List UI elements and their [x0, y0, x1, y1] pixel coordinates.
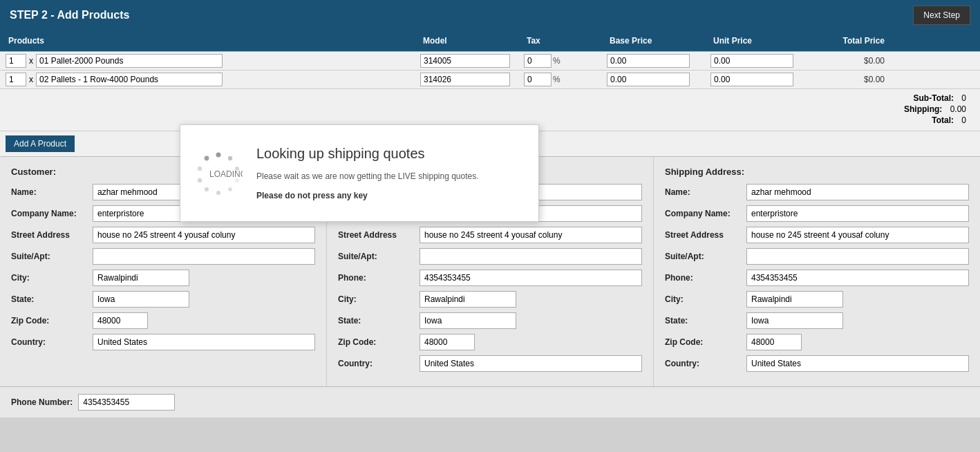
- shipping-zip-input[interactable]: [746, 334, 802, 350]
- subtotal-label: Sub-Total:: [914, 93, 954, 103]
- svg-point-8: [198, 166, 202, 171]
- customer-company-label: Company Name:: [11, 209, 87, 218]
- shipping-city-row: City:: [665, 291, 969, 308]
- total-cell-1: $0.00: [800, 56, 890, 66]
- loading-spinner: LOADING: [194, 149, 243, 198]
- page-header: STEP 2 - Add Products Next Step: [0, 0, 980, 30]
- loading-warning: Please do not press any key: [256, 191, 518, 200]
- customer-country-input[interactable]: [93, 334, 315, 350]
- shipping-phone-label: Phone:: [665, 273, 741, 283]
- shipping-label: Shipping:: [904, 104, 942, 114]
- shipping-section: Shipping Address: Name: Company Name: St…: [654, 157, 980, 386]
- unit-price-input-2[interactable]: [710, 73, 793, 86]
- shipping-company-label: Company Name:: [665, 209, 741, 218]
- total-cell-2: $0.00: [800, 75, 890, 84]
- shipping-suite-input[interactable]: [746, 248, 969, 265]
- shipping-state-row: State:: [665, 312, 969, 329]
- svg-point-1: [228, 156, 232, 160]
- col-products: Products: [6, 33, 420, 48]
- model-input-1[interactable]: [420, 54, 510, 68]
- svg-point-6: [205, 187, 209, 191]
- billing-city-input[interactable]: [420, 291, 516, 308]
- customer-zip-row: Zip Code:: [11, 312, 315, 329]
- shipping-street-input[interactable]: [746, 227, 969, 243]
- add-product-button[interactable]: Add A Product: [6, 135, 75, 152]
- billing-street-input[interactable]: [420, 227, 642, 243]
- billing-street-label: Street Address: [338, 230, 414, 240]
- shipping-name-label: Name:: [665, 187, 741, 197]
- shipping-suite-label: Suite/Apt:: [665, 252, 741, 261]
- customer-state-input[interactable]: [93, 291, 189, 308]
- customer-zip-label: Zip Code:: [11, 316, 87, 326]
- total-value: 0: [961, 115, 966, 125]
- shipping-company-input[interactable]: [746, 205, 969, 222]
- billing-state-input[interactable]: [420, 312, 516, 329]
- customer-zip-input[interactable]: [93, 312, 148, 329]
- customer-suite-input[interactable]: [93, 248, 315, 265]
- svg-point-4: [228, 187, 232, 191]
- shipping-street-row: Street Address: [665, 227, 969, 243]
- svg-point-7: [198, 178, 202, 182]
- shipping-phone-row: Phone:: [665, 270, 969, 286]
- tax-input-2[interactable]: [524, 73, 552, 86]
- qty-input-2[interactable]: [6, 73, 26, 86]
- shipping-name-row: Name:: [665, 184, 969, 200]
- model-input-2[interactable]: [420, 73, 510, 86]
- shipping-phone-input[interactable]: [746, 270, 969, 286]
- base-price-input-1[interactable]: [607, 54, 690, 68]
- loading-title: Looking up shipping quotes: [256, 146, 518, 162]
- base-price-input-2[interactable]: [607, 73, 690, 86]
- billing-country-input[interactable]: [420, 355, 642, 372]
- x-label-2: x: [29, 75, 33, 84]
- billing-zip-row: Zip Code:: [338, 334, 642, 350]
- tax-input-1[interactable]: [524, 54, 552, 68]
- customer-street-input[interactable]: [93, 227, 315, 243]
- svg-point-5: [216, 191, 220, 195]
- shipping-state-input[interactable]: [746, 312, 843, 329]
- col-tax: Tax: [524, 33, 607, 48]
- phone-bottom-label: Phone Number:: [11, 397, 73, 407]
- svg-text:LOADING: LOADING: [209, 169, 243, 179]
- shipping-country-row: Country:: [665, 355, 969, 372]
- percent-sign-2: %: [553, 75, 560, 84]
- customer-country-label: Country:: [11, 337, 87, 347]
- table-row: x % $0.00: [0, 52, 980, 70]
- shipping-state-label: State:: [665, 316, 741, 326]
- customer-suite-row: Suite/Apt:: [11, 248, 315, 265]
- customer-state-row: State:: [11, 291, 315, 308]
- svg-point-3: [235, 178, 239, 182]
- shipping-city-input[interactable]: [746, 291, 843, 308]
- loading-modal: LOADING Looking up shipping quotes Pleas…: [180, 124, 539, 222]
- billing-zip-label: Zip Code:: [338, 337, 414, 347]
- billing-suite-input[interactable]: [420, 248, 642, 265]
- shipping-value: 0.00: [950, 104, 966, 114]
- billing-phone-label: Phone:: [338, 273, 414, 283]
- next-step-button[interactable]: Next Step: [913, 6, 970, 25]
- col-model: Model: [420, 33, 524, 48]
- unit-price-input-1[interactable]: [710, 54, 793, 68]
- shipping-city-label: City:: [665, 294, 741, 304]
- billing-city-label: City:: [338, 294, 414, 304]
- customer-name-label: Name:: [11, 187, 87, 197]
- billing-phone-input[interactable]: [420, 270, 642, 286]
- customer-city-input[interactable]: [93, 270, 189, 286]
- shipping-suite-row: Suite/Apt:: [665, 248, 969, 265]
- col-total-price: Total Price: [800, 33, 890, 48]
- shipping-name-input[interactable]: [746, 184, 969, 200]
- billing-zip-input[interactable]: [420, 334, 475, 350]
- shipping-country-input[interactable]: [746, 355, 969, 372]
- billing-suite-row: Suite/Apt:: [338, 248, 642, 265]
- product-name-input-1[interactable]: [36, 54, 223, 68]
- shipping-zip-label: Zip Code:: [665, 337, 741, 347]
- customer-state-label: State:: [11, 294, 87, 304]
- billing-city-row: City:: [338, 291, 642, 308]
- product-name-input-2[interactable]: [36, 73, 223, 86]
- qty-input-1[interactable]: [6, 54, 26, 68]
- shipping-zip-row: Zip Code:: [665, 334, 969, 350]
- billing-country-row: Country:: [338, 355, 642, 372]
- customer-street-row: Street Address: [11, 227, 315, 243]
- table-row: x % $0.00: [0, 70, 980, 89]
- phone-bottom-input[interactable]: [78, 394, 175, 411]
- customer-suite-label: Suite/Apt:: [11, 252, 87, 261]
- shipping-company-row: Company Name:: [665, 205, 969, 222]
